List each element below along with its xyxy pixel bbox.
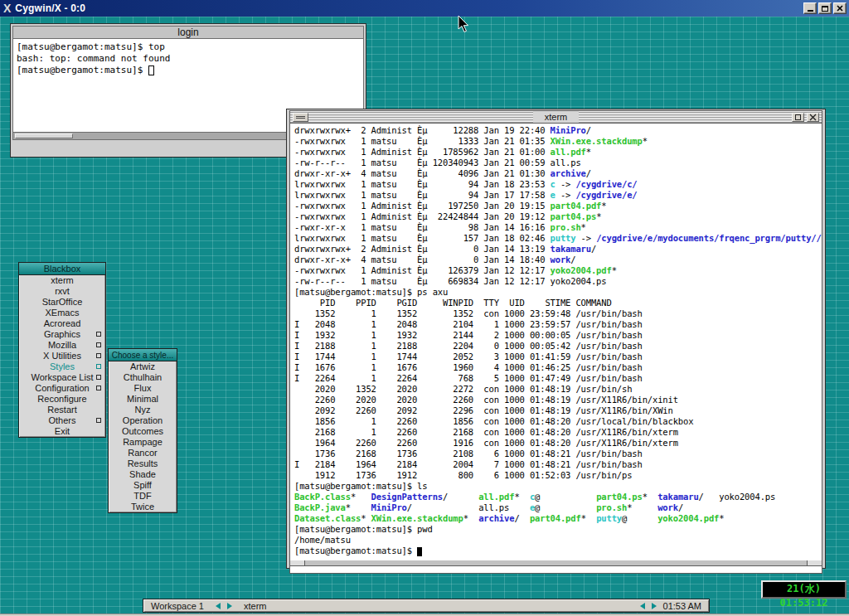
terminal-line: BackP.java* MiniPro/ all.ps e@ pro.sh* w… <box>294 502 822 513</box>
style-item-flux[interactable]: Flux <box>109 383 177 394</box>
terminal-line: I 2048 1 2048 2104 1 1000 23:59:57 /usr/… <box>294 319 822 330</box>
menu-item-label: XEmacs <box>46 308 80 318</box>
menu-item-rxvt[interactable]: rxvt <box>19 286 105 297</box>
window-titlebar: X Cygwin/X - 0:0 <box>0 0 849 17</box>
terminal-line: bash: top: command not found <box>17 53 360 65</box>
terminal-line: lrwxrwxrwx 1 matsu Èµ 94 Jan 17 17:58 e … <box>294 190 822 201</box>
submenu-indicator-icon <box>96 332 101 337</box>
minimize-button[interactable] <box>803 2 817 14</box>
submenu-indicator-icon <box>96 375 101 380</box>
submenu-indicator-icon <box>96 364 101 369</box>
window-next-arrow-icon[interactable] <box>652 603 657 609</box>
terminal-line: I 2188 1 2188 2204 0 1000 00:05:42 /usr/… <box>294 341 822 352</box>
blackbox-menu-title[interactable]: Blackbox <box>19 263 105 275</box>
terminal-line: 1352 1 1352 1352 con 1000 23:59:48 /usr/… <box>294 308 822 319</box>
style-item-shade[interactable]: Shade <box>109 469 177 480</box>
style-item-label: Results <box>128 458 158 468</box>
menu-item-reconfigure[interactable]: Reconfigure <box>19 394 105 405</box>
menu-item-label: Acroread <box>44 318 81 328</box>
style-item-label: Rampage <box>123 437 163 447</box>
menu-item-x-utilities[interactable]: X Utilities <box>19 351 105 361</box>
blackbox-menu: Blackbox xtermrxvtStarOfficeXEmacsAcrore… <box>18 262 106 438</box>
xterm-bottom-bar[interactable] <box>289 560 822 566</box>
workspace-label[interactable]: Workspace 1 <box>151 601 204 611</box>
terminal-line: -rwxrwxrwx 1 Administ Èµ 126379 Jan 12 1… <box>294 265 822 276</box>
terminal-line: lrwxrwxrwx 1 matsu Èµ 94 Jan 18 23:53 c … <box>294 179 822 190</box>
menu-item-mozilla[interactable]: Mozilla <box>19 340 105 351</box>
style-menu-title[interactable]: Choose a style... <box>109 349 177 361</box>
menu-item-graphics[interactable]: Graphics <box>19 329 105 340</box>
workspace-next-arrow-icon[interactable] <box>227 603 232 609</box>
menu-item-label: Workspace List <box>32 372 94 382</box>
terminal-line: [matsu@bergamot:matsu]$ ls <box>294 481 822 492</box>
terminal-line: 2260 2020 2020 2260 con 1000 01:48:19 /u… <box>294 395 822 405</box>
style-item-label: Rancor <box>128 448 157 458</box>
style-item-minimal[interactable]: Minimal <box>109 394 177 405</box>
menu-item-label: xterm <box>51 275 74 285</box>
workspace-prev-arrow-icon[interactable] <box>216 603 221 609</box>
style-item-operation[interactable]: Operation <box>109 415 177 426</box>
menu-item-workspace-list[interactable]: Workspace List <box>19 372 105 383</box>
menu-item-others[interactable]: Others <box>19 415 105 426</box>
menu-item-label: StarOffice <box>42 297 83 307</box>
menu-item-restart[interactable]: Restart <box>19 405 105 415</box>
style-menu: Choose a style... ArtwizCthulhainFluxMin… <box>108 348 177 513</box>
resize-grip-right[interactable] <box>807 560 822 565</box>
menu-item-acroread[interactable]: Acroread <box>19 318 105 329</box>
style-item-label: Minimal <box>127 394 158 404</box>
terminal-line: 1736 2168 1736 2108 6 1000 01:48:21 /usr… <box>294 449 822 459</box>
terminal-line: -rw-r--r-- 1 matsu Èµ 120340943 Jan 21 0… <box>294 158 822 168</box>
style-item-cthulhain[interactable]: Cthulhain <box>109 372 177 383</box>
terminal-line: I 2264 1 2264 768 5 1000 01:47:49 /usr/b… <box>294 373 822 384</box>
scrollbar-thumb[interactable] <box>15 133 73 138</box>
xterm-menu-button[interactable] <box>293 113 308 122</box>
maximize-button[interactable] <box>818 2 832 14</box>
terminal-line: [matsu@bergamot:matsu]$ <box>17 65 360 76</box>
digital-clock: 21(水) 01:53:12 <box>761 580 847 599</box>
style-item-results[interactable]: Results <box>109 458 177 469</box>
close-button[interactable] <box>833 2 847 14</box>
terminal-line: -rw-r--r-- 1 matsu Èµ 669834 Jan 12 12:1… <box>294 276 822 287</box>
login-titlebar[interactable]: login <box>12 26 364 39</box>
style-item-outcomes[interactable]: Outcomes <box>109 426 177 437</box>
style-item-rampage[interactable]: Rampage <box>109 437 177 448</box>
cygwin-x-logo-icon: X <box>3 1 11 16</box>
terminal-line: -rwxrwxrwx 1 Administ Èµ 1785962 Jan 21 … <box>294 147 822 158</box>
style-item-artwiz[interactable]: Artwiz <box>109 361 177 372</box>
style-menu-items: ArtwizCthulhainFluxMinimalNyzOperationOu… <box>109 361 177 512</box>
menu-item-label: Styles <box>50 361 75 371</box>
xterm-close-button[interactable] <box>807 113 819 122</box>
terminal-line: -rwxrwxrwx 1 Administ Èµ 22424844 Jan 20… <box>294 211 822 222</box>
menu-item-staroffice[interactable]: StarOffice <box>19 297 105 308</box>
grip-lines-icon <box>296 116 305 119</box>
style-item-tdf[interactable]: TDF <box>109 491 177 502</box>
menu-item-label: rxvt <box>55 286 70 296</box>
menu-item-configuration[interactable]: Configuration <box>19 383 105 394</box>
style-item-label: Nyz <box>135 405 151 415</box>
xterm-titlebar[interactable]: xterm <box>289 110 822 124</box>
toolbar-window-label[interactable]: xterm <box>244 601 640 611</box>
menu-item-styles[interactable]: Styles <box>19 361 105 372</box>
terminal-line: [matsu@bergamot:matsu]$ top <box>17 41 360 53</box>
window-prev-arrow-icon[interactable] <box>640 603 645 609</box>
cursor-hollow <box>148 65 154 75</box>
xterm-title: xterm <box>533 111 580 123</box>
style-item-label: Cthulhain <box>124 372 162 382</box>
style-item-spiff[interactable]: Spiff <box>109 480 177 491</box>
style-item-twice[interactable]: Twice <box>109 502 177 512</box>
terminal-line: 1912 1736 1912 800 6 1000 01:52:03 /usr/… <box>294 470 822 481</box>
menu-item-xemacs[interactable]: XEmacs <box>19 308 105 318</box>
xterm-terminal[interactable]: drwxrwxrwx+ 2 Administ Èµ 12288 Jan 19 2… <box>289 124 822 574</box>
style-item-rancor[interactable]: Rancor <box>109 448 177 458</box>
terminal-line: [matsu@bergamot:matsu]$ pwd <box>294 524 822 535</box>
terminal-line: -rwxrwxrwx 1 Administ Èµ 197250 Jan 20 1… <box>294 201 822 211</box>
terminal-line: lrwxrwxrwx 1 matsu Èµ 157 Jan 18 02:46 p… <box>294 233 822 244</box>
mouse-cursor <box>458 15 469 33</box>
xterm-maximize-button[interactable] <box>792 113 804 122</box>
menu-item-xterm[interactable]: xterm <box>19 275 105 286</box>
close-icon <box>809 114 817 121</box>
maximize-icon <box>795 114 801 120</box>
menu-item-exit[interactable]: Exit <box>19 426 105 437</box>
style-item-nyz[interactable]: Nyz <box>109 405 177 415</box>
resize-grip-left[interactable] <box>290 560 305 565</box>
